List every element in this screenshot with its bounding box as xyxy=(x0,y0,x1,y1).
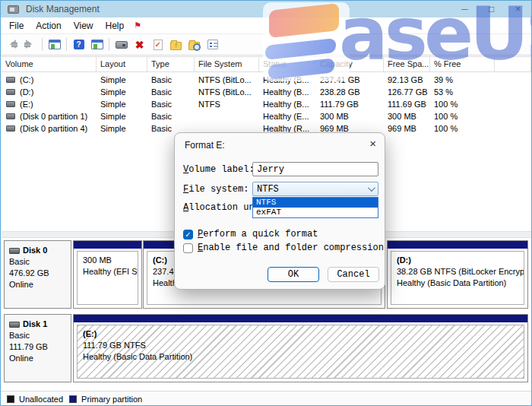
toolbar-separator xyxy=(109,38,109,51)
volume-icon xyxy=(6,113,15,119)
folder-export-icon[interactable] xyxy=(170,42,182,50)
menu-view[interactable]: View xyxy=(68,18,99,33)
toolbar: ? ✖ xyxy=(1,34,531,56)
table-row[interactable]: (E:) Simple Basic NTFS Healthy (B... 111… xyxy=(2,98,531,110)
partition-color-bar xyxy=(74,241,141,249)
disk1-label-panel[interactable]: Disk 1 Basic 111.79 GB Online xyxy=(4,314,71,382)
table-row[interactable]: (Disk 0 partition 1) Simple Basic Health… xyxy=(2,110,531,122)
chevron-down-icon xyxy=(368,184,375,192)
close-button[interactable]: × xyxy=(505,1,531,17)
partition-color-bar xyxy=(74,315,527,322)
console-tree-toggle-icon[interactable] xyxy=(49,40,61,49)
dropdown-option-exfat[interactable]: exFAT xyxy=(253,208,378,217)
disk-management-window: Disk Management ─ □ × File Action View H… xyxy=(0,0,532,406)
table-row[interactable]: (C:) Simple Basic NTFS (BitLo... Healthy… xyxy=(2,74,531,86)
header-type[interactable]: Type xyxy=(147,57,195,71)
menu-file[interactable]: File xyxy=(4,18,29,33)
header-volume[interactable]: Volume xyxy=(2,57,97,71)
header-blank xyxy=(495,57,531,71)
forward-arrow-icon[interactable] xyxy=(24,40,36,49)
volume-icon xyxy=(6,89,15,95)
dialog-title: Format E: xyxy=(185,140,225,151)
maximize-button[interactable]: □ xyxy=(478,1,505,17)
disk-icon xyxy=(9,322,20,328)
titlebar: Disk Management ─ □ × xyxy=(1,1,531,17)
header-capacity[interactable]: Capacity xyxy=(316,57,384,71)
menu-action[interactable]: Action xyxy=(30,18,66,33)
disk0-label-panel[interactable]: Disk 0 Basic 476.92 GB Online xyxy=(4,240,71,309)
header-file-system[interactable]: File System xyxy=(195,57,259,71)
window-title: Disk Management xyxy=(26,4,100,14)
header-status[interactable]: Status xyxy=(259,57,316,71)
disk0-partition-efi[interactable]: 300 MB Healthy (EFI Sy xyxy=(73,240,142,309)
header-layout[interactable]: Layout xyxy=(97,57,147,71)
unallocated-swatch xyxy=(7,395,14,403)
disk-management-app-icon xyxy=(8,5,19,14)
legend-unallocated: Unallocated xyxy=(19,395,63,404)
cancel-button[interactable]: Cancel xyxy=(328,267,379,282)
dialog-close-icon[interactable]: × xyxy=(369,138,376,149)
check-document-icon[interactable] xyxy=(154,40,163,50)
quick-format-label: Perform a quick format xyxy=(198,229,318,239)
menu-help[interactable]: Help xyxy=(100,18,130,33)
disk1-partition-e[interactable]: (E:) 111.79 GB NTFS Healthy (Basic Data … xyxy=(73,314,528,382)
compression-label: Enable file and folder compression xyxy=(198,243,384,253)
header-pct-free[interactable]: % Free xyxy=(430,57,495,71)
red-flag-icon: ⚑ xyxy=(134,21,141,30)
file-system-label: File system: xyxy=(183,184,249,195)
folder-find-icon[interactable] xyxy=(188,42,200,50)
volume-table-header: Volume Layout Type File System Status Ca… xyxy=(2,56,531,72)
legend-bar: Unallocated Primary partition xyxy=(1,391,532,406)
dropdown-option-ntfs[interactable]: NTFS xyxy=(253,198,378,208)
file-system-select[interactable]: NTFS xyxy=(252,182,378,196)
disk-icon xyxy=(9,248,20,254)
disk0-partition-d[interactable]: (D:) 38.28 GB NTFS (BitLocker Encrypted … xyxy=(387,240,528,309)
task-list-icon[interactable] xyxy=(207,40,218,49)
volume-icon xyxy=(6,101,15,107)
volume-table: (C:) Simple Basic NTFS (BitLo... Healthy… xyxy=(2,74,531,135)
header-free-space[interactable]: Free Spa... xyxy=(384,57,430,71)
file-system-dropdown: NTFS exFAT xyxy=(252,197,378,218)
quick-format-checkbox[interactable]: ✓ xyxy=(183,230,193,239)
volume-label-input[interactable] xyxy=(252,162,378,176)
ok-button[interactable]: OK xyxy=(268,267,319,282)
toolbar-separator xyxy=(42,38,43,51)
menubar: File Action View Help ⚑ xyxy=(1,17,531,34)
disk-properties-icon[interactable] xyxy=(116,41,128,49)
partition-color-bar xyxy=(388,241,527,249)
back-arrow-icon[interactable] xyxy=(5,40,18,49)
help-icon[interactable]: ? xyxy=(74,40,84,49)
format-dialog: Format E: × Volume label: File system: N… xyxy=(174,132,385,290)
volume-icon xyxy=(6,125,15,132)
table-row[interactable]: (D:) Simple Basic NTFS (BitLo... Healthy… xyxy=(2,86,531,98)
delete-volume-icon[interactable]: ✖ xyxy=(133,39,146,50)
legend-primary-partition: Primary partition xyxy=(81,395,142,404)
compression-checkbox[interactable] xyxy=(183,243,193,253)
volume-label-label: Volume label: xyxy=(183,164,255,175)
toolbar-separator xyxy=(66,38,67,51)
primary-partition-swatch xyxy=(69,395,77,403)
minimize-button[interactable]: ─ xyxy=(451,1,478,17)
action-pane-toggle-icon[interactable] xyxy=(91,40,103,49)
volume-icon xyxy=(6,77,15,83)
